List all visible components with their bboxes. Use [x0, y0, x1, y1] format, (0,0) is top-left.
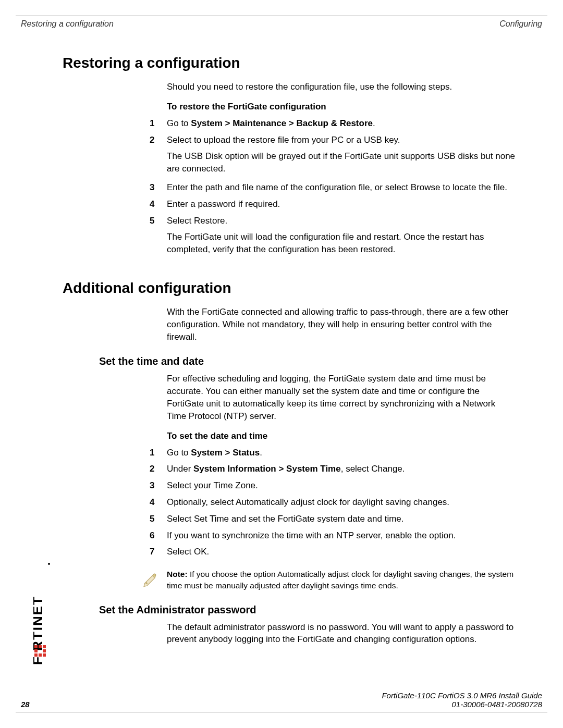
- step-body: Select Set Time and set the FortiGate sy…: [167, 513, 516, 525]
- intro-restoring: Should you need to restore the configura…: [167, 81, 516, 93]
- step-row: 5 Select Set Time and set the FortiGate …: [150, 513, 516, 525]
- fortinet-logo: F RTINET: [33, 561, 51, 675]
- step-body: Select your Time Zone.: [167, 479, 516, 492]
- step-row: 2 Select to upload the restore file from…: [150, 134, 516, 146]
- note-text: Note: If you choose the option Automatic…: [167, 569, 516, 591]
- page-content: Restoring a configuration Should you nee…: [16, 29, 547, 646]
- svg-rect-3: [43, 645, 46, 648]
- step-body: Enter the path and file name of the conf…: [167, 181, 516, 194]
- step-row: 2 Under System Information > System Time…: [150, 463, 516, 475]
- step-bold: System > Status: [191, 448, 260, 458]
- step-row: 7 Select OK.: [150, 546, 516, 558]
- subsection-title-admin: Set the Administrator password: [99, 604, 516, 616]
- step-row: 3 Select your Time Zone.: [150, 479, 516, 492]
- step-number: 3: [150, 181, 167, 194]
- note-block: Note: If you choose the option Automatic…: [141, 569, 516, 591]
- intro-additional: With the FortiGate connected and allowin…: [167, 306, 516, 343]
- step-row: 6 If you want to synchronize the time wi…: [150, 529, 516, 542]
- step-body: Optionally, select Automatically adjust …: [167, 496, 516, 509]
- svg-rect-2: [39, 645, 42, 648]
- step-number: 1: [150, 117, 167, 130]
- step-row: 4 Optionally, select Automatically adjus…: [150, 496, 516, 509]
- step-suffix: , select Change.: [341, 464, 405, 474]
- step-number: 7: [150, 546, 167, 558]
- step-number: 5: [150, 513, 167, 525]
- step-number: 6: [150, 529, 167, 542]
- page-number: 28: [21, 700, 30, 709]
- doc-title: FortiGate-110C FortiOS 3.0 MR6 Install G…: [382, 691, 542, 700]
- intro-time: For effective scheduling and logging, th…: [167, 373, 516, 422]
- step-extra: The FortiGate unit will load the configu…: [167, 231, 516, 256]
- step-number: 4: [150, 198, 167, 211]
- step-body: Go to System > Status.: [167, 447, 516, 459]
- running-footer: 28 FortiGate-110C FortiOS 3.0 MR6 Instal…: [21, 691, 542, 709]
- step-prefix: Under: [167, 464, 193, 474]
- svg-point-9: [48, 563, 50, 565]
- step-body: Select OK.: [167, 546, 516, 558]
- step-row: 1 Go to System > Status.: [150, 447, 516, 459]
- svg-rect-7: [39, 653, 42, 657]
- step-body: Select Restore.: [167, 215, 516, 227]
- svg-rect-6: [34, 653, 38, 657]
- page-frame: Restoring a configuration Configuring Re…: [16, 16, 547, 712]
- running-header: Restoring a configuration Configuring: [16, 16, 547, 29]
- step-row: 4 Enter a password if required.: [150, 198, 516, 211]
- step-number: 5: [150, 215, 167, 227]
- step-suffix: .: [260, 448, 262, 458]
- step-prefix: Go to: [167, 448, 191, 458]
- header-right: Configuring: [499, 19, 542, 29]
- proc-title-restore: To restore the FortiGate configuration: [167, 102, 516, 112]
- step-body: Under System Information > System Time, …: [167, 463, 516, 475]
- note-label: Note:: [167, 570, 188, 578]
- step-number: 1: [150, 447, 167, 459]
- step-row: 3 Enter the path and file name of the co…: [150, 181, 516, 194]
- section-title-restoring: Restoring a configuration: [63, 55, 516, 71]
- step-extra: The USB Disk option will be grayed out i…: [167, 150, 516, 175]
- step-row: 1 Go to System > Maintenance > Backup & …: [150, 117, 516, 130]
- step-body: Go to System > Maintenance > Backup & Re…: [167, 117, 516, 130]
- svg-rect-5: [43, 649, 46, 652]
- svg-rect-1: [34, 645, 38, 648]
- section-title-additional: Additional configuration: [63, 280, 516, 297]
- step-bold: System Information > System Time: [193, 464, 341, 474]
- step-number: 3: [150, 479, 167, 492]
- step-body: Select to upload the restore file from y…: [167, 134, 516, 146]
- step-bold: System > Maintenance > Backup & Restore: [191, 118, 373, 128]
- svg-rect-8: [43, 653, 46, 657]
- step-number: 2: [150, 134, 167, 146]
- step-body: If you want to synchronize the time with…: [167, 529, 516, 542]
- note-body: If you choose the option Automatically a…: [167, 570, 513, 590]
- step-prefix: Go to: [167, 118, 191, 128]
- step-row: 5 Select Restore.: [150, 215, 516, 227]
- doc-id: 01-30006-0481-20080728: [382, 700, 542, 709]
- intro-admin: The default administrator password is no…: [167, 621, 516, 646]
- footer-doc-info: FortiGate-110C FortiOS 3.0 MR6 Install G…: [382, 691, 542, 709]
- step-body: Enter a password if required.: [167, 198, 516, 211]
- proc-title-time: To set the date and time: [167, 431, 516, 441]
- step-number: 4: [150, 496, 167, 509]
- step-suffix: .: [373, 118, 375, 128]
- note-icon: [141, 569, 160, 587]
- step-number: 2: [150, 463, 167, 475]
- svg-rect-4: [34, 649, 38, 652]
- subsection-title-time: Set the time and date: [99, 355, 516, 367]
- header-left: Restoring a configuration: [21, 19, 114, 29]
